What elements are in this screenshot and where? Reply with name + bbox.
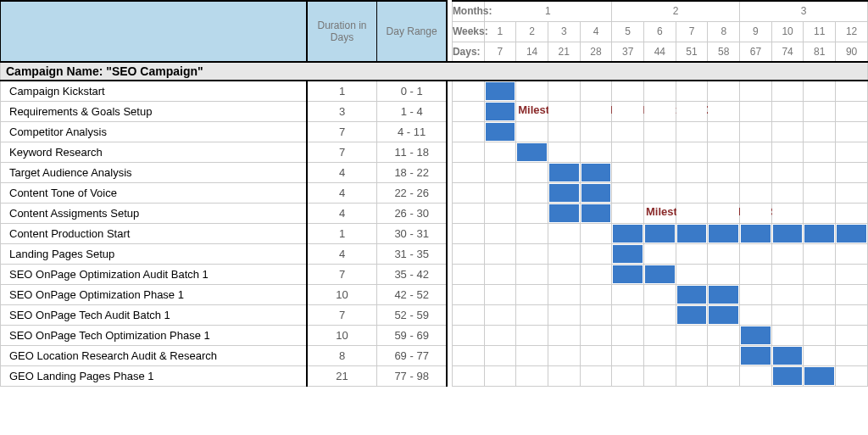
task-name-cell: SEO OnPage Optimization Audit Batch 1: [1, 264, 307, 284]
task-name-cell: Content Tone of Voice: [1, 182, 307, 203]
gantt-cell: [548, 121, 580, 142]
table-row: SEO OnPage Optimization Phase 11042 - 52: [1, 284, 868, 304]
gantt-bar: [773, 367, 803, 385]
gantt-cell: [708, 101, 740, 121]
gantt-bar: [549, 164, 579, 181]
task-range-cell: 4 - 11: [377, 121, 448, 142]
gantt-cell: [644, 304, 676, 325]
gantt-cell: [612, 243, 644, 264]
table-row: SEO OnPage Tech Optimization Phase 11059…: [1, 325, 868, 345]
gantt-cell: [580, 345, 612, 365]
gantt-cell: [484, 345, 516, 365]
table-row: GEO Landing Pages Phase 12177 - 98: [1, 365, 868, 386]
gantt-cell: [516, 121, 548, 142]
gantt-cell: [452, 304, 484, 325]
gantt-cell: [836, 264, 868, 284]
task-duration-cell: 4: [307, 182, 377, 203]
gantt-cell: [580, 81, 612, 101]
gantt-cell: [644, 121, 676, 142]
gantt-cell: [804, 182, 836, 203]
day-cell: 81: [804, 42, 836, 62]
task-name-cell: Landing Pages Setup: [1, 243, 307, 264]
gantt-cell: [580, 325, 612, 345]
day-cell: 21: [548, 42, 580, 62]
gantt-cell: [612, 162, 644, 182]
gantt-cell: [804, 142, 836, 162]
gantt-cell: [548, 182, 580, 203]
task-duration-cell: 1: [307, 81, 377, 101]
gantt-cell: [484, 365, 516, 386]
gantt-cell: [644, 264, 676, 284]
task-duration-cell: 1: [307, 223, 377, 243]
week-cell: 10: [771, 21, 804, 42]
gantt-cell: [580, 304, 612, 325]
task-range-cell: 1 - 4: [377, 101, 448, 121]
day-cell: 74: [771, 42, 804, 62]
task-duration-cell: 4: [307, 243, 377, 264]
gantt-cell: [452, 142, 484, 162]
gantt-cell: [836, 365, 868, 386]
task-range-cell: 18 - 22: [377, 162, 448, 182]
gantt-cell: [548, 142, 580, 162]
table-row: Content Assigments Setup426 - 30Mileston…: [1, 203, 868, 223]
gantt-cell: [580, 203, 612, 223]
gantt-cell: [740, 365, 772, 386]
gantt-cell: [836, 182, 868, 203]
gantt-cell: [771, 304, 804, 325]
gantt-cell: [516, 325, 548, 345]
gantt-cell: [612, 325, 644, 345]
task-duration-cell: 7: [307, 121, 377, 142]
gantt-cell: [771, 81, 804, 101]
table-row: GEO Location Research Audit & Research86…: [1, 345, 868, 365]
gantt-cell: [484, 304, 516, 325]
task-name-cell: Competitor Analysis: [1, 121, 307, 142]
gantt-cell: [676, 304, 708, 325]
gantt-cell: [740, 142, 772, 162]
gantt-cell: [452, 81, 484, 101]
gantt-cell: [804, 81, 836, 101]
task-range-cell: 0 - 1: [377, 81, 448, 101]
gantt-cell: [804, 284, 836, 304]
gantt-bar: [677, 225, 707, 243]
week-cell: 11: [804, 21, 836, 42]
gantt-cell: [452, 325, 484, 345]
task-name-cell: Target Audience Analysis: [1, 162, 307, 182]
week-cell: 6: [644, 21, 676, 42]
gantt-cell: [836, 243, 868, 264]
months-key: Months:: [452, 1, 484, 21]
gantt-cell: [516, 304, 548, 325]
gantt-cell: [548, 81, 580, 101]
range-header: Day Range: [377, 1, 448, 62]
gantt-cell: [612, 223, 644, 243]
gantt-cell: [484, 121, 516, 142]
gantt-cell: [580, 182, 612, 203]
month-3: 3: [740, 1, 868, 21]
week-cell: 2: [516, 21, 548, 42]
gantt-cell: [771, 365, 804, 386]
table-row: Campaign Kickstart10 - 1: [1, 81, 868, 101]
day-cell: 7: [484, 42, 516, 62]
task-name-cell: Content Production Start: [1, 223, 307, 243]
gantt-bar: [645, 265, 675, 283]
gantt-cell: [580, 162, 612, 182]
gantt-bar: [837, 225, 866, 243]
month-2: 2: [612, 1, 740, 21]
gantt-cell: [644, 365, 676, 386]
gantt-cell: [771, 203, 804, 223]
gantt-cell: [548, 304, 580, 325]
gantt-cell: [804, 101, 836, 121]
gantt-cell: [484, 223, 516, 243]
gantt-cell: [771, 284, 804, 304]
gantt-bar: [517, 143, 547, 161]
gantt-cell: [771, 223, 804, 243]
gantt-cell: [804, 304, 836, 325]
gantt-cell: [452, 162, 484, 182]
day-cell: 14: [516, 42, 548, 62]
task-range-cell: 26 - 30: [377, 203, 448, 223]
gantt-cell: [644, 345, 676, 365]
gantt-cell: [771, 345, 804, 365]
gantt-cell: [676, 101, 708, 121]
gantt-cell: [612, 345, 644, 365]
gantt-cell: [676, 345, 708, 365]
gantt-table: Duration in Days Day Range Months: 1 2 3…: [0, 0, 868, 387]
